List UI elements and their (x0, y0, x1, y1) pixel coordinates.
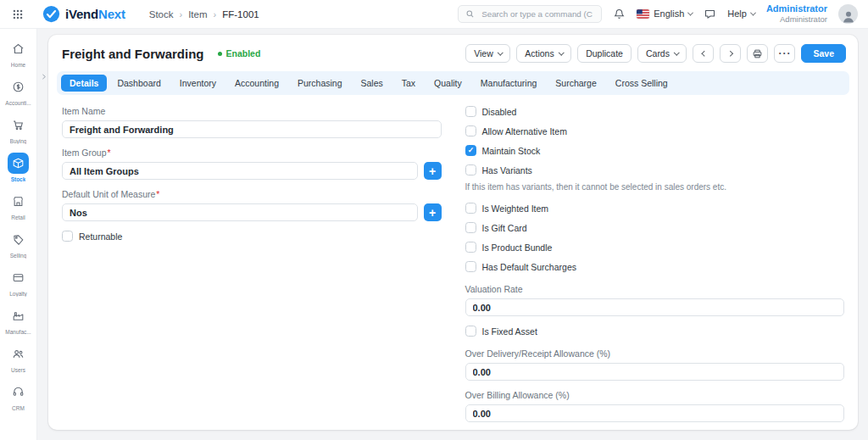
home-icon (8, 38, 29, 59)
brand-logo-icon (42, 5, 60, 23)
item-group-label: Item Group* (62, 148, 442, 158)
user-name: Administrator (766, 3, 827, 14)
checkbox-label: Is Product Bundle (482, 242, 553, 253)
status-badge: Enabled (218, 48, 261, 58)
over-delivery-field-group: Over Delivery/Receipt Allowance (%) (465, 348, 845, 381)
duplicate-button[interactable]: Duplicate (577, 44, 632, 63)
default-uom-field-group: Default Unit of Measure* + (62, 189, 442, 221)
sidebar-item-label: Manufac... (5, 329, 31, 335)
allow-alternative-item-checkbox[interactable]: Allow Alternative Item (465, 125, 845, 136)
valuation-rate-input[interactable] (465, 298, 845, 316)
us-flag-icon (637, 9, 649, 19)
checkbox-icon (465, 222, 476, 233)
tab-quality[interactable]: Quality (426, 75, 470, 92)
over-billing-input[interactable] (465, 404, 845, 422)
over-delivery-label: Over Delivery/Receipt Allowance (%) (465, 348, 845, 359)
sidebar-item-accounting[interactable]: Accounti... (0, 76, 36, 106)
brand-logo[interactable]: iVendNext (42, 5, 125, 23)
valuation-rate-field-group: Valuation Rate (465, 284, 845, 316)
tab-details[interactable]: Details (61, 75, 107, 92)
chevron-down-icon (559, 49, 564, 54)
tab-dashboard[interactable]: Dashboard (108, 75, 169, 92)
chevron-left-icon (702, 51, 707, 56)
save-button[interactable]: Save (801, 44, 846, 63)
breadcrumb-item-current[interactable]: FF-1001 (222, 9, 259, 19)
is-weighted-item-checkbox[interactable]: Is Weighted Item (465, 203, 845, 214)
print-button[interactable] (747, 44, 768, 63)
stock-box-icon (8, 153, 29, 174)
sidebar-item-stock[interactable]: Stock (0, 153, 36, 182)
tab-surcharge[interactable]: Surcharge (547, 75, 604, 92)
chevron-down-icon (687, 10, 693, 16)
checkbox-icon (465, 125, 476, 136)
add-item-group-button[interactable]: + (424, 162, 442, 180)
item-name-input[interactable] (62, 120, 442, 138)
sidebar-item-buying[interactable]: Buying (0, 114, 36, 144)
checkbox-label: Disabled (482, 107, 517, 117)
has-default-surcharges-checkbox[interactable]: Has Default Surcharges (465, 261, 845, 272)
tab-purchasing[interactable]: Purchasing (289, 75, 351, 92)
help-label: Help (727, 8, 747, 19)
avatar[interactable] (838, 4, 858, 24)
tab-inventory[interactable]: Inventory (171, 75, 225, 92)
is-gift-card-checkbox[interactable]: Is Gift Card (465, 222, 845, 233)
breadcrumb: Stock › Item › FF-1001 (149, 9, 259, 19)
breadcrumb-item[interactable]: Stock (149, 9, 174, 19)
has-variants-checkbox[interactable]: Has Variants (465, 164, 845, 175)
expand-panel-chevron-icon[interactable] (40, 73, 47, 81)
tab-manufacturing[interactable]: Manufacturing (472, 75, 546, 92)
global-search[interactable] (458, 5, 602, 23)
checkbox-label: Allow Alternative Item (482, 126, 567, 136)
language-selector[interactable]: English (637, 8, 693, 19)
checkbox-icon (465, 326, 476, 337)
sidebar-item-users[interactable]: Users (0, 343, 36, 373)
sidebar-item-retail[interactable]: Retail (0, 191, 36, 220)
sidebar-item-label: Stock (11, 176, 26, 182)
help-menu[interactable]: Help (727, 8, 755, 19)
item-name-field-group: Item Name (62, 106, 442, 138)
sidebar-item-selling[interactable]: Selling (0, 229, 36, 259)
actions-button[interactable]: Actions (516, 44, 571, 63)
breadcrumb-item[interactable]: Item (188, 9, 207, 19)
apps-grid-icon[interactable] (10, 7, 25, 22)
valuation-rate-label: Valuation Rate (465, 284, 845, 294)
checkbox-icon (465, 164, 476, 175)
more-options-button[interactable]: ··· (774, 44, 795, 63)
sidebar-item-loyalty[interactable]: Loyalty (0, 267, 36, 297)
status-label: Enabled (226, 48, 261, 58)
returnable-checkbox[interactable]: Returnable (62, 231, 442, 242)
accounting-icon (8, 76, 29, 97)
tab-sales[interactable]: Sales (353, 75, 392, 92)
add-uom-button[interactable]: + (424, 203, 442, 221)
checkbox-label: Has Variants (482, 165, 532, 175)
over-delivery-input[interactable] (465, 363, 845, 381)
sidebar-item-manufacturing[interactable]: Manufac... (0, 305, 36, 335)
support-chat-icon[interactable] (704, 8, 716, 20)
notifications-bell-icon[interactable] (613, 8, 626, 20)
item-group-input[interactable] (62, 162, 418, 180)
next-record-button[interactable] (720, 44, 741, 63)
is-fixed-asset-checkbox[interactable]: Is Fixed Asset (465, 326, 845, 337)
sidebar-item-label: Users (11, 367, 25, 373)
checkbox-label: Is Fixed Asset (482, 326, 537, 337)
sidebar-item-label: Home (11, 62, 25, 68)
sidebar-item-label: Accounti... (5, 100, 31, 106)
previous-record-button[interactable] (693, 44, 714, 63)
sidebar: Home Accounti... Buying Stock (0, 29, 37, 440)
maintain-stock-checkbox[interactable]: Maintain Stock (465, 145, 845, 156)
disabled-checkbox[interactable]: Disabled (465, 106, 845, 117)
ellipsis-icon: ··· (778, 47, 791, 59)
is-product-bundle-checkbox[interactable]: Is Product Bundle (465, 242, 845, 253)
sidebar-item-label: Retail (11, 214, 25, 220)
tab-cross-selling[interactable]: Cross Selling (607, 75, 676, 92)
tab-tax[interactable]: Tax (393, 75, 424, 92)
cards-button[interactable]: Cards (637, 44, 687, 63)
tab-accounting[interactable]: Accounting (226, 75, 287, 92)
user-menu[interactable]: Administrator Administrator (766, 3, 827, 25)
view-button[interactable]: View (465, 44, 510, 63)
main-area: Freight and Forwarding Enabled View Acti… (37, 29, 868, 440)
sidebar-item-home[interactable]: Home (0, 38, 36, 68)
default-uom-input[interactable] (62, 203, 418, 221)
search-input[interactable] (480, 8, 594, 19)
sidebar-item-crm[interactable]: CRM (0, 382, 36, 411)
